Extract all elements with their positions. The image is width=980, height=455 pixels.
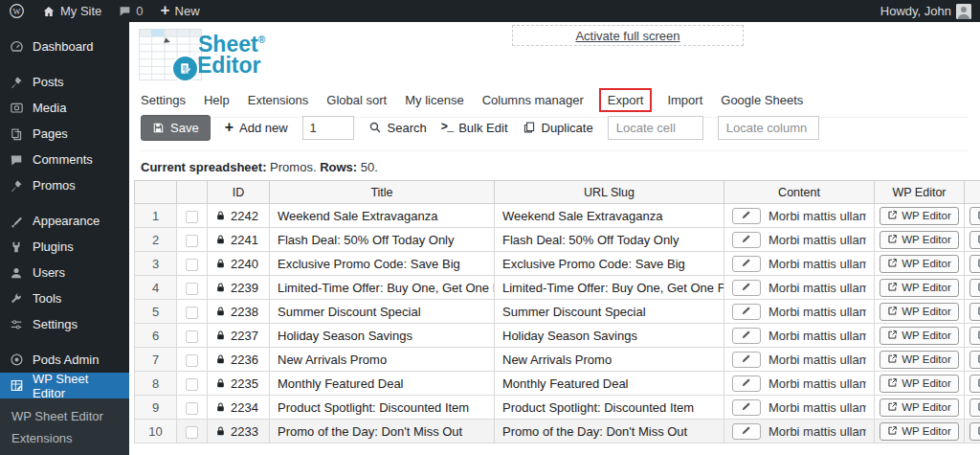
id-cell[interactable]: 2233 xyxy=(208,420,270,444)
content-cell[interactable]: Morbi mattis ullamco... xyxy=(724,324,875,348)
submenu-item-extensions[interactable]: Extensions xyxy=(0,427,129,449)
nav-item-global-sort[interactable]: Global sort xyxy=(326,93,387,107)
truncated-button[interactable] xyxy=(969,279,980,297)
url-slug-cell[interactable]: Flash Deal: 50% Off Today Only xyxy=(495,228,724,252)
title-cell[interactable]: Limited-Time Offer: Buy One, Get One Fre… xyxy=(270,276,495,300)
sidebar-item-dashboard[interactable]: Dashboard xyxy=(0,34,129,59)
nav-item-help[interactable]: Help xyxy=(204,93,230,107)
id-cell[interactable]: 2241 xyxy=(208,228,270,252)
title-cell[interactable]: Weekend Sale Extravaganza xyxy=(270,204,495,228)
search-button[interactable]: Search xyxy=(368,121,427,135)
edit-content-button[interactable] xyxy=(732,208,761,224)
title-cell[interactable]: Product Spotlight: Discounted Item xyxy=(270,396,495,420)
row-checkbox[interactable] xyxy=(186,283,198,295)
url-slug-cell[interactable]: Summer Discount Special xyxy=(495,300,724,324)
sidebar-item-settings[interactable]: Settings xyxy=(0,311,129,337)
id-cell[interactable]: 2238 xyxy=(208,300,270,324)
id-cell[interactable]: 2234 xyxy=(208,396,270,420)
wp-editor-button[interactable]: WP Editor xyxy=(880,207,959,225)
url-slug-cell[interactable]: New Arrivals Promo xyxy=(495,348,724,372)
row-checkbox[interactable] xyxy=(186,211,198,223)
edit-content-button[interactable] xyxy=(732,423,761,440)
edit-content-button[interactable] xyxy=(732,256,761,272)
wp-editor-button[interactable]: WP Editor xyxy=(880,255,959,273)
truncated-button[interactable] xyxy=(969,255,980,273)
wp-editor-button[interactable]: WP Editor xyxy=(880,351,959,369)
sidebar-item-plugins[interactable]: Plugins xyxy=(0,234,129,260)
row-checkbox[interactable] xyxy=(186,402,198,415)
edit-content-button[interactable] xyxy=(732,375,761,392)
nav-item-extensions[interactable]: Extensions xyxy=(248,93,309,107)
url-slug-cell[interactable]: Monthly Featured Deal xyxy=(495,372,724,396)
title-cell[interactable]: Flash Deal: 50% Off Today Only xyxy=(270,228,495,252)
locate-column-input[interactable] xyxy=(718,116,819,140)
title-cell[interactable]: Promo of the Day: Don't Miss Out xyxy=(270,420,495,444)
content-cell[interactable]: Morbi mattis ullamco... xyxy=(724,228,875,252)
url-slug-cell[interactable]: Exclusive Promo Code: Save Big xyxy=(495,252,724,276)
nav-item-import[interactable]: Import xyxy=(667,93,702,107)
row-checkbox[interactable] xyxy=(186,330,198,343)
nav-item-settings[interactable]: Settings xyxy=(141,93,186,107)
edit-content-button[interactable] xyxy=(732,328,761,344)
sidebar-item-wp-sheet-editor[interactable]: WP Sheet Editor xyxy=(0,373,129,398)
sidebar-item-appearance[interactable]: Appearance xyxy=(0,208,129,234)
edit-content-button[interactable] xyxy=(732,399,761,416)
title-cell[interactable]: New Arrivals Promo xyxy=(270,348,495,372)
save-button[interactable]: Save xyxy=(141,115,211,141)
comments-bubble[interactable]: 0 xyxy=(110,0,151,22)
bulk-edit-button[interactable]: >_ Bulk Edit xyxy=(441,121,508,135)
title-cell[interactable]: Monthly Featured Deal xyxy=(270,372,495,396)
sidebar-item-pods-admin[interactable]: Pods Admin xyxy=(0,347,129,373)
submenu-item-edit-posts[interactable]: Edit Posts xyxy=(0,449,129,455)
wp-editor-button[interactable]: WP Editor xyxy=(880,231,959,249)
truncated-button[interactable] xyxy=(969,375,980,393)
howdy-account-link[interactable]: Howdy, John xyxy=(872,0,980,22)
add-new-button[interactable]: + Add new xyxy=(225,120,288,135)
truncated-button[interactable] xyxy=(969,351,980,369)
wp-editor-button[interactable]: WP Editor xyxy=(880,303,959,321)
row-checkbox[interactable] xyxy=(186,259,198,271)
wp-editor-button[interactable]: WP Editor xyxy=(880,279,959,297)
nav-item-my-license[interactable]: My license xyxy=(405,93,463,107)
add-count-input[interactable] xyxy=(302,116,354,140)
row-checkbox[interactable] xyxy=(186,307,198,319)
content-cell[interactable]: Morbi mattis ullamco... xyxy=(724,372,875,396)
sidebar-item-posts[interactable]: Posts xyxy=(0,69,129,95)
row-checkbox[interactable] xyxy=(186,426,198,439)
sidebar-item-media[interactable]: Media xyxy=(0,95,129,121)
my-site-link[interactable]: My Site xyxy=(33,0,110,22)
sidebar-item-users[interactable]: Users xyxy=(0,260,129,285)
nav-item-google-sheets[interactable]: Google Sheets xyxy=(721,93,803,107)
truncated-button[interactable] xyxy=(969,231,980,249)
row-checkbox[interactable] xyxy=(186,354,198,367)
url-slug-cell[interactable]: Limited-Time Offer: Buy One, Get One Fre… xyxy=(495,276,724,300)
row-checkbox[interactable] xyxy=(186,235,198,247)
id-cell[interactable]: 2240 xyxy=(208,252,270,276)
content-cell[interactable]: Morbi mattis ullamco... xyxy=(724,252,875,276)
wp-editor-button[interactable]: WP Editor xyxy=(880,375,959,393)
truncated-button[interactable] xyxy=(969,207,980,225)
new-content-button[interactable]: + New xyxy=(152,0,209,22)
wordpress-logo-icon[interactable]: W xyxy=(0,0,33,22)
title-cell[interactable]: Summer Discount Special xyxy=(270,300,495,324)
id-cell[interactable]: 2236 xyxy=(208,348,270,372)
duplicate-button[interactable]: Duplicate xyxy=(523,121,593,135)
content-cell[interactable]: Morbi mattis ullamco... xyxy=(724,420,875,444)
edit-content-button[interactable] xyxy=(732,304,761,320)
truncated-button[interactable] xyxy=(969,422,980,441)
url-slug-cell[interactable]: Product Spotlight: Discounted Item xyxy=(495,396,724,420)
edit-content-button[interactable] xyxy=(732,280,761,296)
sidebar-item-promos[interactable]: Promos xyxy=(0,172,129,198)
truncated-button[interactable] xyxy=(969,327,980,345)
activate-fullscreen-link[interactable]: Activate full screen xyxy=(575,29,679,43)
sidebar-item-pages[interactable]: Pages xyxy=(0,121,129,147)
sidebar-item-tools[interactable]: Tools xyxy=(0,285,129,311)
edit-content-button[interactable] xyxy=(732,232,761,248)
url-slug-cell[interactable]: Promo of the Day: Don't Miss Out xyxy=(495,420,724,444)
row-checkbox[interactable] xyxy=(186,378,198,391)
url-slug-cell[interactable]: Weekend Sale Extravaganza xyxy=(495,204,724,228)
submenu-item-wp-sheet-editor[interactable]: WP Sheet Editor xyxy=(0,405,129,427)
id-cell[interactable]: 2237 xyxy=(208,324,270,348)
content-cell[interactable]: Morbi mattis ullamco... xyxy=(724,348,875,372)
locate-cell-input[interactable] xyxy=(608,116,703,140)
